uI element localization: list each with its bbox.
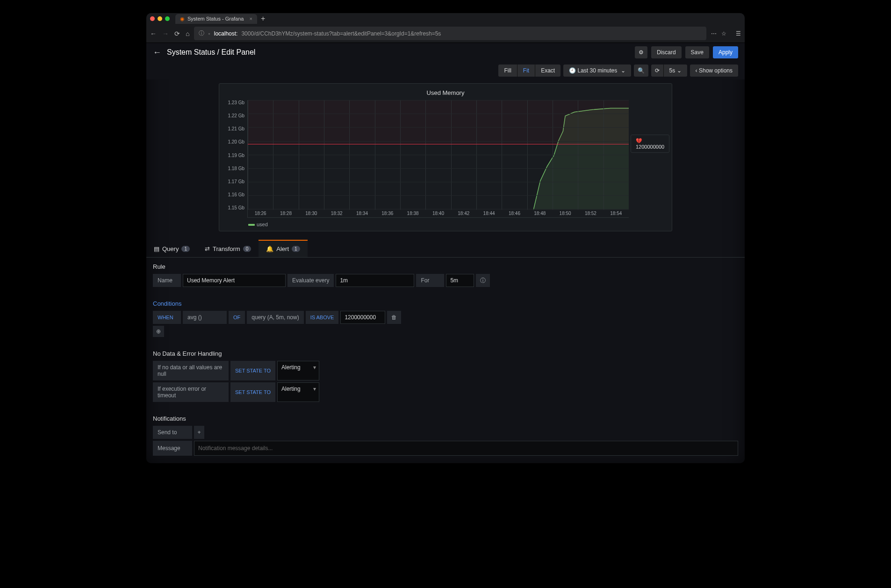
refresh-button[interactable]: ⟳ [651,65,664,77]
discard-button[interactable]: Discard [651,46,682,58]
url-host: localhost: [214,30,238,37]
x-axis: 18:2618:2818:3018:3218:3418:3618:3818:40… [248,211,629,217]
refresh-group: ⟳ 5s ⌄ [651,65,687,77]
exact-button[interactable]: Exact [535,65,560,77]
heart-broken-icon: 💔 [636,138,664,144]
query-picker[interactable]: query (A, 5m, now) [247,311,303,324]
window-maximize-icon[interactable] [165,16,170,21]
no-data-state-select[interactable]: Alerting [277,361,319,380]
back-icon[interactable]: ← [150,30,157,37]
database-icon: ▤ [154,245,159,252]
browser-tab[interactable]: ◉ System Status - Grafana × [175,14,257,24]
url-path: 3000/d/CChD3hYMz/system-status?tab=alert… [241,30,441,37]
apply-button[interactable]: Apply [713,46,738,58]
chevron-down-icon: ⌄ [677,67,682,74]
lock-icon: ▫ [208,30,210,37]
browser-tab-bar: ◉ System Status - Grafana × + [146,13,745,24]
tab-badge: 1 [292,246,300,252]
fit-button[interactable]: Fit [517,65,535,77]
forward-icon[interactable]: → [162,30,169,37]
page-title: System Status / Edit Panel [167,48,255,57]
zoom-out-button[interactable]: 🔍 [634,65,648,77]
rule-name-input[interactable] [183,274,286,287]
refresh-interval-picker[interactable]: 5s ⌄ [664,65,687,77]
bookmark-icon[interactable]: ☆ [721,30,726,37]
save-button[interactable]: Save [685,46,709,58]
info-icon: ⓘ [480,277,486,285]
info-button[interactable]: ⓘ [476,274,490,287]
window-minimize-icon[interactable] [158,16,162,21]
fit-mode-group: Fill Fit Exact [498,65,560,77]
add-condition-button[interactable]: ⊕ [153,326,164,337]
reducer-picker[interactable]: avg () [183,311,227,324]
close-icon[interactable]: × [249,16,252,22]
tab-query[interactable]: ▤ Query 1 [146,240,197,257]
tab-transform[interactable]: ⇄ Transform 0 [197,240,259,257]
refresh-icon: ⟳ [655,67,660,74]
delete-condition-button[interactable]: 🗑 [387,311,401,324]
for-label: For [416,274,444,287]
evaluator-value-input[interactable] [340,311,385,324]
transform-icon: ⇄ [205,245,210,252]
add-notification-button[interactable]: + [194,426,204,439]
threshold-tooltip: 💔 1200000000 [631,135,669,153]
send-to-label: Send to [153,426,192,439]
url-field[interactable]: ⓘ ▫ localhost:3000/d/CChD3hYMz/system-st… [194,27,706,40]
section-title-notifications: Notifications [153,415,738,422]
reload-icon[interactable]: ⟳ [174,30,180,37]
evaluator-picker[interactable]: IS ABOVE [306,311,339,324]
browser-toolbar: ← → ⟳ ⌂ ⓘ ▫ localhost:3000/d/CChD3hYMz/s… [146,24,745,43]
of-keyword: OF [229,311,245,324]
exec-error-label: If execution error or timeout [153,382,229,402]
evaluate-every-label: Evaluate every [287,274,334,287]
when-keyword: WHEN [153,311,181,324]
fill-button[interactable]: Fill [498,65,517,77]
legend-label: used [257,222,268,227]
editor-tabs: ▤ Query 1 ⇄ Transform 0 🔔 Alert 1 [146,240,745,258]
shield-icon: ⓘ [199,29,204,37]
tab-badge: 1 [181,246,190,252]
plus-icon: + [197,429,201,436]
chevron-left-icon: ‹ [696,67,697,74]
tab-badge: 0 [243,246,251,252]
evaluate-every-input[interactable] [336,274,414,287]
conditions-section: Conditions WHEN avg () OF query (A, 5m, … [146,294,745,344]
legend-swatch [248,224,255,226]
for-input[interactable] [446,274,474,287]
section-title-conditions: Conditions [153,300,738,307]
zoom-out-icon: 🔍 [638,67,645,74]
message-label: Message [153,441,192,456]
y-axis: 1.23 Gb1.22 Gb1.21 Gb1.20 Gb1.19 Gb1.18 … [225,100,247,218]
time-range-picker[interactable]: 🕘 Last 30 minutes ⌄ [563,65,631,77]
grafana-icon: ◉ [180,16,185,22]
settings-button[interactable]: ⚙ [635,46,647,58]
no-data-section: No Data & Error Handling If no data or a… [146,344,745,409]
trash-icon: 🗑 [391,314,397,321]
set-state-label: SET STATE TO [230,361,275,380]
time-range-label: Last 30 minutes [578,67,618,74]
rule-section: Rule Name Evaluate every For ⓘ [146,258,745,294]
chart-legend: used [223,220,668,227]
home-icon[interactable]: ⌂ [186,30,189,37]
menu-icon[interactable]: ☰ [736,30,741,37]
tab-alert[interactable]: 🔔 Alert 1 [259,240,307,257]
name-label: Name [153,274,181,287]
window-close-icon[interactable] [150,16,155,21]
threshold-line [248,144,629,144]
threshold-zone [248,100,629,144]
threshold-value: 1200000000 [636,144,664,150]
browser-tab-title: System Status - Grafana [187,16,244,22]
chevron-down-icon: ⌄ [621,67,625,74]
exec-error-state-select[interactable]: Alerting [277,382,319,402]
show-options-button[interactable]: ‹ Show options [690,65,738,77]
back-arrow-icon[interactable]: ← [153,48,161,57]
more-icon[interactable]: ⋯ [711,30,717,37]
chart-plot-area[interactable]: 18:2618:2818:3018:3218:3418:3618:3818:40… [247,100,629,218]
message-input[interactable]: Notification message details... [194,441,738,456]
new-tab-button[interactable]: + [261,14,265,23]
bell-icon: 🔔 [266,245,273,252]
panel-title: Used Memory [223,87,668,98]
clock-icon: 🕘 [569,67,576,74]
panel-toolbar: Fill Fit Exact 🕘 Last 30 minutes ⌄ 🔍 ⟳ 5… [146,62,745,79]
notifications-section: Notifications Send to + Message Notifica… [146,409,745,463]
